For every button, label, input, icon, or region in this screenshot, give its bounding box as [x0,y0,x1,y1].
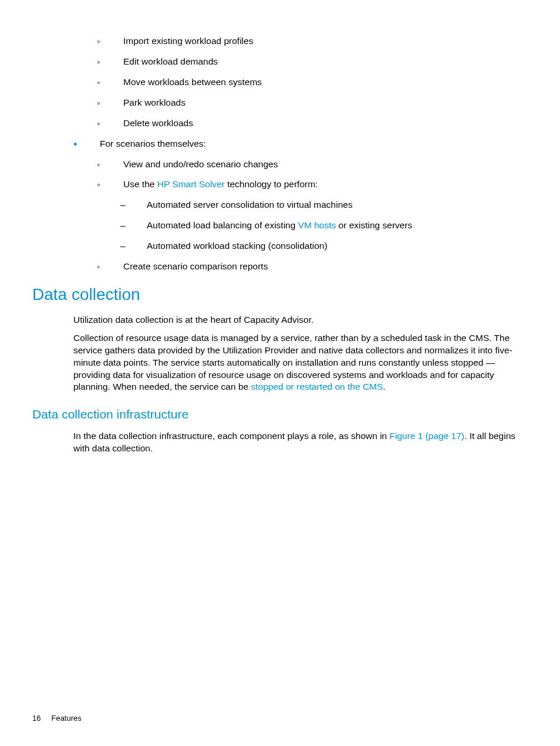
body-paragraph: Collection of resource usage data is man… [73,332,528,394]
footer-label: Features [51,714,81,723]
text-span: Automated load balancing of existing [147,220,298,230]
page-number: 16 [32,714,41,723]
automated-dashlist: Automated server consolidation to virtua… [120,199,528,252]
scenarios-bullet: For scenarios themselves: [73,138,528,150]
list-item: Automated load balancing of existing VM … [120,220,528,232]
text-span: In the data collection infrastructure, e… [73,431,390,441]
smart-solver-link[interactable]: HP Smart Solver [157,179,225,189]
subsection-heading-infrastructure: Data collection infrastructure [32,406,528,423]
list-item: Use the HP Smart Solver technology to pe… [97,178,528,191]
text-span: technology to perform: [225,179,318,189]
list-item: Park workloads [97,97,528,109]
list-item: Automated workload stacking (consolidati… [120,240,528,252]
list-item: Import existing workload profiles [97,35,528,48]
workload-sublist: Import existing workload profiles Edit w… [97,35,528,130]
scenarios-sublist: View and undo/redo scenario changes Use … [97,158,528,191]
figure-1-link[interactable]: Figure 1 (page 17) [390,431,465,441]
body-paragraph: In the data collection infrastructure, e… [73,430,528,455]
text-span: . [383,382,385,391]
page-footer: 16Features [32,714,82,723]
list-item: Delete workloads [97,117,528,130]
body-paragraph: Utilization data collection is at the he… [73,314,528,326]
stopped-restarted-link[interactable]: stopped or restarted on the CMS [251,382,383,391]
section-heading-data-collection: Data collection [32,283,528,306]
text-span: or existing servers [336,220,412,230]
text-span: Use the [123,179,157,189]
scenarios-sublist-2: Create scenario comparison reports [97,261,528,273]
list-item: Create scenario comparison reports [97,261,528,273]
list-item: Edit workload demands [97,56,528,68]
vm-hosts-link[interactable]: VM hosts [298,220,336,230]
list-item: View and undo/redo scenario changes [97,158,528,171]
list-item: Move workloads between systems [97,76,528,89]
page-content: Import existing workload profiles Edit w… [32,35,528,455]
list-item: Automated server consolidation to virtua… [120,199,528,211]
list-item: For scenarios themselves: [73,138,528,150]
